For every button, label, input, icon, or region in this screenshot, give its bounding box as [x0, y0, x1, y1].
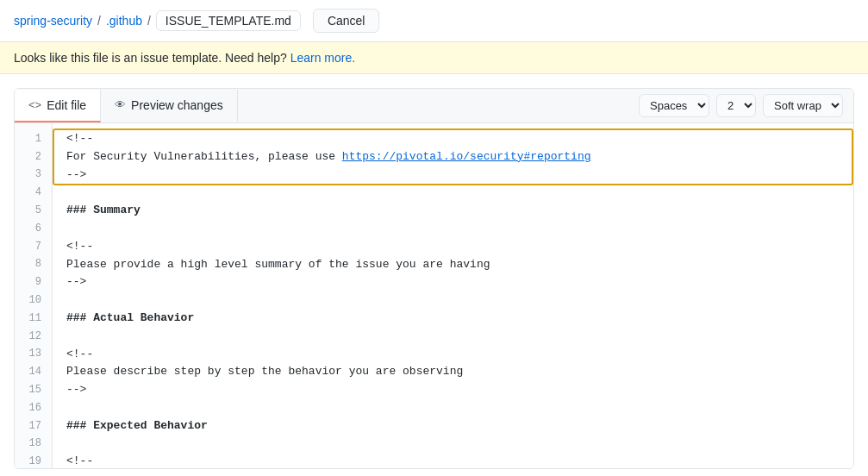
code-line: Please provide a high level summary of t… [66, 256, 853, 274]
code-line: <!-- [66, 346, 853, 364]
tab-edit[interactable]: <> Edit file [15, 90, 101, 122]
code-line: ### Summary [66, 202, 853, 220]
line-number: 18 [15, 435, 52, 454]
soft-wrap-select-wrapper: Soft wrap No wrap [763, 94, 843, 117]
code-line: <!-- [66, 130, 853, 148]
line-number: 10 [15, 291, 52, 310]
code-line: <!-- [66, 238, 853, 256]
code-line [66, 435, 853, 454]
line-number: 9 [15, 273, 52, 291]
breadcrumb-header: spring-security / .github / ISSUE_TEMPLA… [0, 0, 868, 42]
separator-2: / [147, 14, 151, 28]
code-line: <!-- [66, 453, 853, 468]
line-number: 2 [15, 148, 52, 166]
line-numbers: 123456789101112131415161718192021 [15, 123, 53, 468]
indent-select-wrapper: 2 4 8 [716, 94, 756, 117]
code-line [66, 184, 853, 202]
code-line: For Security Vulnerabilities, please use… [66, 148, 853, 166]
separator-1: / [97, 14, 101, 28]
editor-container: <> Edit file 👁 Preview changes Spaces Ta… [14, 88, 854, 469]
learn-more-link[interactable]: Learn more. [290, 51, 355, 65]
filename-badge: ISSUE_TEMPLATE.md [156, 10, 301, 31]
code-line: Please describe step by step the behavio… [66, 363, 853, 381]
repo-link[interactable]: spring-security [14, 14, 92, 28]
line-number: 4 [15, 184, 52, 202]
line-number: 3 [15, 166, 52, 185]
code-line [66, 399, 853, 417]
toolbar-options: Spaces Tabs 2 4 8 Soft wrap No wrap [628, 89, 853, 122]
line-number: 19 [15, 453, 52, 468]
code-editor[interactable]: 123456789101112131415161718192021 <!--Fo… [15, 123, 853, 468]
editor-toolbar: <> Edit file 👁 Preview changes Spaces Ta… [15, 89, 853, 123]
line-number: 6 [15, 220, 52, 238]
code-line: --> [66, 273, 853, 291]
edit-code-icon: <> [28, 98, 41, 111]
line-number: 13 [15, 346, 52, 364]
line-number: 12 [15, 328, 52, 346]
line-number: 5 [15, 202, 52, 220]
tab-edit-label: Edit file [47, 98, 86, 112]
issue-template-banner: Looks like this file is an issue templat… [0, 42, 868, 74]
line-number: 16 [15, 399, 52, 417]
code-line: ### Expected Behavior [66, 417, 853, 435]
code-line [66, 220, 853, 238]
line-number: 1 [15, 130, 52, 148]
code-line [66, 291, 853, 310]
preview-eye-icon: 👁 [115, 98, 126, 111]
security-url-link[interactable]: https://pivotal.io/security#reporting [342, 148, 591, 166]
code-line [66, 328, 853, 346]
indent-select[interactable]: 2 4 8 [717, 95, 755, 116]
line-number: 15 [15, 381, 52, 399]
banner-text: Looks like this file is an issue templat… [14, 51, 290, 65]
code-line: --> [66, 381, 853, 399]
line-number: 17 [15, 417, 52, 435]
line-number: 8 [15, 256, 52, 274]
tab-preview-label: Preview changes [131, 98, 223, 112]
line-number: 14 [15, 363, 52, 381]
code-line: ### Actual Behavior [66, 310, 853, 328]
spaces-select[interactable]: Spaces Tabs [640, 95, 709, 116]
folder-link[interactable]: .github [106, 14, 142, 28]
code-line: --> [66, 166, 853, 185]
cancel-button[interactable]: Cancel [313, 9, 380, 33]
soft-wrap-select[interactable]: Soft wrap No wrap [764, 95, 842, 116]
spaces-select-wrapper: Spaces Tabs [639, 94, 709, 117]
tab-preview[interactable]: 👁 Preview changes [101, 90, 238, 122]
line-number: 11 [15, 310, 52, 328]
code-lines: <!--For Security Vulnerabilities, please… [53, 123, 853, 468]
line-number: 7 [15, 238, 52, 256]
